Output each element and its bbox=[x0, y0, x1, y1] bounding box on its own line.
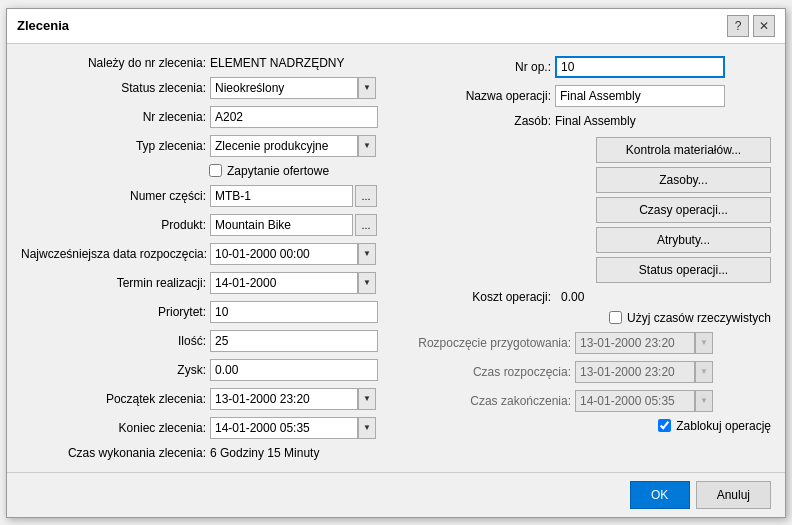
resource-value: Final Assembly bbox=[555, 114, 636, 128]
cost-row: Koszt operacji: 0.00 bbox=[406, 290, 771, 304]
help-button[interactable]: ? bbox=[727, 15, 749, 37]
quote-row: Zapytanie ofertowe bbox=[21, 164, 386, 178]
product-label: Produkt: bbox=[21, 218, 206, 232]
lock-checkbox[interactable] bbox=[658, 419, 671, 432]
real-times-label: Użyj czasów rzeczywistych bbox=[627, 311, 771, 325]
type-select-wrapper: ▼ bbox=[210, 135, 376, 157]
end-time-row: Czas zakończenia: ▼ bbox=[406, 390, 771, 412]
op-nr-row: Nr op.: bbox=[406, 56, 771, 78]
attributes-button[interactable]: Atrybuty... bbox=[596, 227, 771, 253]
earliest-start-arrow[interactable]: ▼ bbox=[358, 243, 376, 265]
dialog-footer: OK Anuluj bbox=[7, 472, 785, 517]
left-panel: Należy do nr zlecenia: ELEMENT NADRZĘDNY… bbox=[21, 56, 386, 460]
deadline-arrow[interactable]: ▼ bbox=[358, 272, 376, 294]
deadline-label: Termin realizacji: bbox=[21, 276, 206, 290]
material-check-button[interactable]: Kontrola materiałów... bbox=[596, 137, 771, 163]
priority-label: Priorytet: bbox=[21, 305, 206, 319]
deadline-wrapper: ▼ bbox=[210, 272, 376, 294]
belongs-to-value: ELEMENT NADRZĘDNY bbox=[210, 56, 344, 70]
cost-value: 0.00 bbox=[561, 290, 584, 304]
duration-label: Czas wykonania zlecenia: bbox=[21, 446, 206, 460]
belongs-to-row: Należy do nr zlecenia: ELEMENT NADRZĘDNY bbox=[21, 56, 386, 70]
type-input[interactable] bbox=[210, 135, 358, 157]
op-nr-input[interactable] bbox=[555, 56, 725, 78]
lock-label: Zablokuj operację bbox=[676, 419, 771, 433]
start-time-arrow[interactable]: ▼ bbox=[695, 361, 713, 383]
title-bar-buttons: ? ✕ bbox=[727, 15, 775, 37]
start-time-label: Czas rozpoczęcia: bbox=[406, 365, 571, 379]
part-nr-input-group: ... bbox=[210, 185, 377, 207]
type-row: Typ zlecenia: ▼ bbox=[21, 135, 386, 157]
earliest-start-input[interactable] bbox=[210, 243, 358, 265]
end-arrow[interactable]: ▼ bbox=[358, 417, 376, 439]
quantity-row: Ilość: bbox=[21, 330, 386, 352]
order-nr-row: Nr zlecenia: bbox=[21, 106, 386, 128]
lock-row: Zablokuj operację bbox=[406, 419, 771, 433]
end-row: Koniec zlecenia: ▼ bbox=[21, 417, 386, 439]
prep-start-row: Rozpoczęcie przygotowania: ▼ bbox=[406, 332, 771, 354]
type-label: Typ zlecenia: bbox=[21, 139, 206, 153]
start-time-input[interactable] bbox=[575, 361, 695, 383]
end-wrapper: ▼ bbox=[210, 417, 376, 439]
end-time-label: Czas zakończenia: bbox=[406, 394, 571, 408]
part-nr-browse-button[interactable]: ... bbox=[355, 185, 377, 207]
right-panel: Nr op.: Nazwa operacji: Zasób: Final Ass… bbox=[396, 56, 771, 460]
profit-input[interactable] bbox=[210, 359, 378, 381]
resources-button[interactable]: Zasoby... bbox=[596, 167, 771, 193]
prep-start-input[interactable] bbox=[575, 332, 695, 354]
type-dropdown-arrow[interactable]: ▼ bbox=[358, 135, 376, 157]
profit-label: Zysk: bbox=[21, 363, 206, 377]
start-input[interactable] bbox=[210, 388, 358, 410]
end-time-input[interactable] bbox=[575, 390, 695, 412]
dialog-title: Zlecenia bbox=[17, 18, 69, 33]
times-button[interactable]: Czasy operacji... bbox=[596, 197, 771, 223]
end-input[interactable] bbox=[210, 417, 358, 439]
status-label: Status zlecenia: bbox=[21, 81, 206, 95]
quantity-input[interactable] bbox=[210, 330, 378, 352]
quantity-label: Ilość: bbox=[21, 334, 206, 348]
lock-checkbox-row: Zablokuj operację bbox=[658, 419, 771, 433]
status-button[interactable]: Status operacji... bbox=[596, 257, 771, 283]
cancel-button[interactable]: Anuluj bbox=[696, 481, 771, 509]
dialog-body: Należy do nr zlecenia: ELEMENT NADRZĘDNY… bbox=[7, 44, 785, 472]
quote-checkbox[interactable] bbox=[209, 164, 222, 177]
op-name-input[interactable] bbox=[555, 85, 725, 107]
close-button[interactable]: ✕ bbox=[753, 15, 775, 37]
earliest-start-wrapper: ▼ bbox=[210, 243, 376, 265]
end-time-wrapper: ▼ bbox=[575, 390, 713, 412]
priority-input[interactable] bbox=[210, 301, 378, 323]
end-label: Koniec zlecenia: bbox=[21, 421, 206, 435]
profit-row: Zysk: bbox=[21, 359, 386, 381]
status-select-wrapper: ▼ bbox=[210, 77, 376, 99]
deadline-input[interactable] bbox=[210, 272, 358, 294]
start-time-row: Czas rozpoczęcia: ▼ bbox=[406, 361, 771, 383]
start-wrapper: ▼ bbox=[210, 388, 376, 410]
status-dropdown-arrow[interactable]: ▼ bbox=[358, 77, 376, 99]
product-browse-button[interactable]: ... bbox=[355, 214, 377, 236]
dialog-window: Zlecenia ? ✕ Należy do nr zlecenia: ELEM… bbox=[6, 8, 786, 518]
quote-checkbox-row: Zapytanie ofertowe bbox=[209, 164, 329, 178]
resource-row: Zasób: Final Assembly bbox=[406, 114, 771, 128]
prep-start-arrow[interactable]: ▼ bbox=[695, 332, 713, 354]
product-row: Produkt: ... bbox=[21, 214, 386, 236]
ok-button[interactable]: OK bbox=[630, 481, 690, 509]
start-label: Początek zlecenia: bbox=[21, 392, 206, 406]
order-nr-input[interactable] bbox=[210, 106, 378, 128]
part-nr-input[interactable] bbox=[210, 185, 353, 207]
op-name-row: Nazwa operacji: bbox=[406, 85, 771, 107]
product-input-group: ... bbox=[210, 214, 377, 236]
start-arrow[interactable]: ▼ bbox=[358, 388, 376, 410]
duration-row: Czas wykonania zlecenia: 6 Godziny 15 Mi… bbox=[21, 446, 386, 460]
part-nr-label: Numer części: bbox=[21, 189, 206, 203]
product-input[interactable] bbox=[210, 214, 353, 236]
real-times-checkbox[interactable] bbox=[609, 311, 622, 324]
end-time-arrow[interactable]: ▼ bbox=[695, 390, 713, 412]
status-input[interactable] bbox=[210, 77, 358, 99]
quote-label: Zapytanie ofertowe bbox=[227, 164, 329, 178]
resource-label: Zasób: bbox=[406, 114, 551, 128]
order-nr-label: Nr zlecenia: bbox=[21, 110, 206, 124]
prep-start-label: Rozpoczęcie przygotowania: bbox=[406, 336, 571, 350]
title-bar: Zlecenia ? ✕ bbox=[7, 9, 785, 44]
belongs-to-label: Należy do nr zlecenia: bbox=[21, 56, 206, 70]
status-row: Status zlecenia: ▼ bbox=[21, 77, 386, 99]
